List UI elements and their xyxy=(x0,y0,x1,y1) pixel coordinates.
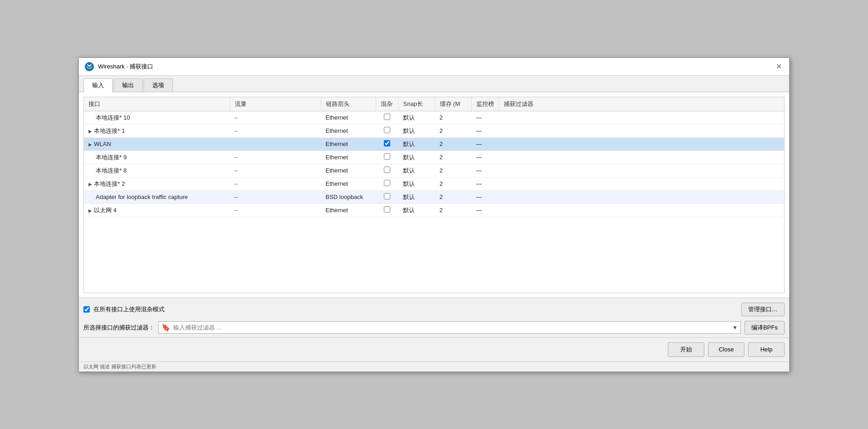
filter-label: 所选择接口的捕获过滤器： xyxy=(83,324,155,332)
cell-traffic xyxy=(230,137,321,151)
cell-traffic: – xyxy=(230,177,321,190)
cell-traffic: – xyxy=(230,151,321,164)
cell-buffer: 2 xyxy=(435,111,471,124)
promisc-row-checkbox[interactable] xyxy=(384,206,390,213)
cell-monitor: — xyxy=(471,111,499,124)
close-window-button[interactable]: ✕ xyxy=(774,62,784,71)
cell-monitor: — xyxy=(471,204,499,217)
cell-link: Ethernet xyxy=(321,137,376,151)
cell-interface: ▶以太网 4 xyxy=(84,204,230,217)
tab-output[interactable]: 输出 xyxy=(114,78,143,92)
cell-interface: 本地连接* 9 xyxy=(84,151,230,164)
table-row[interactable]: ▶本地连接* 1–Ethernet默认2— xyxy=(84,124,784,137)
col-header-link: 链路层头 xyxy=(321,97,376,111)
table-row[interactable]: 本地连接* 10–Ethernet默认2— xyxy=(84,111,784,124)
cell-link: Ethernet xyxy=(321,111,376,124)
table-header-row: 接口 流量 链路层头 混杂 Snap长 缓存 (M 监控榜 捕获过滤器 xyxy=(84,97,784,111)
cell-monitor: — xyxy=(471,151,499,164)
interface-table-container: 接口 流量 链路层头 混杂 Snap长 缓存 (M 监控榜 捕获过滤器 本地连接… xyxy=(83,97,785,293)
filter-input[interactable] xyxy=(173,324,729,331)
table-row[interactable]: ▶WLANEthernet默认2— xyxy=(84,137,784,151)
cell-traffic: – xyxy=(230,190,321,204)
col-header-filter: 捕获过滤器 xyxy=(499,97,784,111)
filter-row: 所选择接口的捕获过滤器： 🔖 ▼ 编译BPFs xyxy=(83,321,785,335)
cell-promisc xyxy=(376,111,398,124)
start-button[interactable]: 开始 xyxy=(668,342,704,357)
cell-monitor: — xyxy=(471,190,499,204)
col-header-interface: 接口 xyxy=(84,97,230,111)
table-row[interactable]: ▶本地连接* 2–Ethernet默认2— xyxy=(84,177,784,190)
cell-snap: 默认 xyxy=(398,137,435,151)
cell-filter xyxy=(499,111,784,124)
tab-input[interactable]: 输入 xyxy=(83,78,113,92)
promisc-label[interactable]: 在所有接口上使用混杂模式 xyxy=(93,305,165,314)
cell-buffer: 2 xyxy=(435,164,471,177)
status-text: 以太网 描述 捕获接口列表已更新 xyxy=(83,364,156,369)
col-header-promisc: 混杂 xyxy=(376,97,398,111)
manage-interfaces-button[interactable]: 管理接口… xyxy=(741,303,785,316)
cell-buffer: 2 xyxy=(435,177,471,190)
cell-interface: 本地连接* 8 xyxy=(84,164,230,177)
cell-buffer: 2 xyxy=(435,151,471,164)
filter-dropdown-button[interactable]: ▼ xyxy=(732,324,738,331)
cell-promisc xyxy=(376,151,398,164)
cell-monitor: — xyxy=(471,124,499,137)
title-bar-left: Wireshark · 捕获接口 xyxy=(84,62,153,72)
cell-link: Ethernet xyxy=(321,124,376,137)
cell-buffer: 2 xyxy=(435,137,471,151)
expand-arrow-icon[interactable]: ▶ xyxy=(88,129,92,134)
cell-filter xyxy=(499,151,784,164)
cell-snap: 默认 xyxy=(398,164,435,177)
filter-bookmark-icon[interactable]: 🔖 xyxy=(161,323,170,332)
table-row[interactable]: Adapter for loopback traffic capture–BSD… xyxy=(84,190,784,204)
filter-input-wrapper: 🔖 ▼ xyxy=(158,321,741,334)
table-row[interactable]: 本地连接* 8–Ethernet默认2— xyxy=(84,164,784,177)
cell-buffer: 2 xyxy=(435,190,471,204)
cell-monitor: — xyxy=(471,177,499,190)
promisc-row-checkbox[interactable] xyxy=(384,193,390,199)
cell-interface: ▶本地连接* 2 xyxy=(84,177,230,190)
col-header-traffic: 流量 xyxy=(230,97,321,111)
help-button[interactable]: Help xyxy=(748,342,785,357)
cell-link: Ethernet xyxy=(321,151,376,164)
cell-promisc xyxy=(376,137,398,151)
expand-arrow-icon[interactable]: ▶ xyxy=(88,142,92,147)
cell-monitor: — xyxy=(471,137,499,151)
cell-filter xyxy=(499,124,784,137)
cell-link: BSD loopback xyxy=(321,190,376,204)
cell-snap: 默认 xyxy=(398,177,435,190)
promisc-checkbox[interactable] xyxy=(83,306,90,313)
promisc-row-checkbox[interactable] xyxy=(384,114,390,120)
promisc-row-checkbox[interactable] xyxy=(384,167,390,173)
table-row[interactable]: ▶以太网 4–Ethernet默认2— xyxy=(84,204,784,217)
tab-bar: 输入 输出 选项 xyxy=(79,76,789,92)
cell-filter xyxy=(499,190,784,204)
expand-arrow-icon[interactable]: ▶ xyxy=(88,208,92,213)
close-button[interactable]: Close xyxy=(708,342,744,357)
promisc-row-checkbox[interactable] xyxy=(384,127,390,133)
expand-arrow-icon[interactable]: ▶ xyxy=(88,182,92,187)
table-body: 本地连接* 10–Ethernet默认2—▶本地连接* 1–Ethernet默认… xyxy=(84,111,784,217)
table-row[interactable]: 本地连接* 9–Ethernet默认2— xyxy=(84,151,784,164)
cell-promisc xyxy=(376,190,398,204)
wireshark-logo xyxy=(84,62,94,72)
cell-buffer: 2 xyxy=(435,204,471,217)
col-header-buffer: 缓存 (M xyxy=(435,97,471,111)
promisc-row: 在所有接口上使用混杂模式 管理接口… xyxy=(83,303,785,316)
cell-traffic: – xyxy=(230,111,321,124)
promisc-row-checkbox[interactable] xyxy=(384,153,390,160)
col-header-monitor: 监控榜 xyxy=(471,97,499,111)
promisc-row-checkbox[interactable] xyxy=(384,180,390,186)
cell-filter xyxy=(499,177,784,190)
tab-options[interactable]: 选项 xyxy=(144,78,173,92)
cell-filter xyxy=(499,164,784,177)
cell-filter xyxy=(499,137,784,151)
cell-filter xyxy=(499,204,784,217)
compile-bpfs-button[interactable]: 编译BPFs xyxy=(744,321,785,335)
status-bar: 以太网 描述 捕获接口列表已更新 xyxy=(79,361,789,371)
interface-table: 接口 流量 链路层头 混杂 Snap长 缓存 (M 监控榜 捕获过滤器 本地连接… xyxy=(84,97,784,217)
col-header-snap: Snap长 xyxy=(398,97,435,111)
cell-monitor: — xyxy=(471,164,499,177)
promisc-row-checkbox[interactable] xyxy=(384,140,390,146)
cell-promisc xyxy=(376,124,398,137)
